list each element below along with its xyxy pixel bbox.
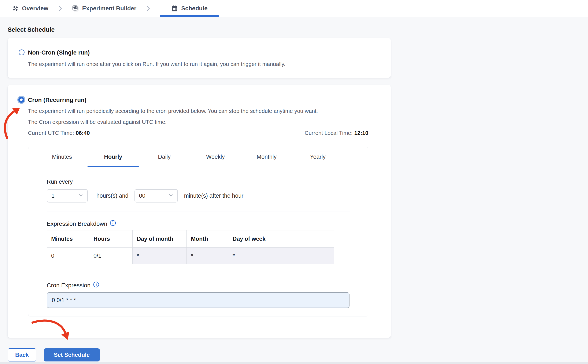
info-icon[interactable] [110,220,116,228]
table-value-row: 0 0/1 * * * [47,247,334,264]
minutes-suffix-label: minute(s) after the hour [184,193,244,199]
hours-select-value: 1 [51,193,55,199]
schedule-page: { "breadcrumb": { "overview": "Overview"… [0,0,588,364]
page-title: Select Schedule [8,26,55,33]
breadcrumb-label-experiment-builder: Experiment Builder [82,5,137,12]
non-cron-option-card: Non-Cron (Single run) The experiment wil… [8,38,391,78]
cell-minutes-value: 0 [47,247,89,264]
calendar-icon [171,5,178,12]
hourly-form-row: 1 hours(s) and 00 minute(s) after the ho… [47,189,243,202]
cell-day-of-week-value: * [228,247,334,264]
expression-breakdown-label: Expression Breakdown [47,221,107,227]
cron-expression-label: Cron Expression [47,282,91,289]
breadcrumb-item-overview[interactable]: Overview [12,0,48,17]
breadcrumb: Overview Experiment Builder [0,0,588,17]
current-local-time: Current Local Time:12:10 [305,130,368,137]
column-header-minutes: Minutes [47,230,89,247]
cron-option-card: Cron (Recurring run) The experiment will… [8,85,391,338]
breadcrumb-label-overview: Overview [22,5,48,12]
breadcrumb-item-schedule[interactable]: Schedule [160,0,219,17]
cron-description-2: The Cron expression will be evaluated ag… [28,119,167,125]
non-cron-radio[interactable] [19,49,25,55]
column-header-day-of-month: Day of month [133,230,187,247]
minutes-select-value: 00 [139,193,145,199]
hours-select[interactable]: 1 [47,189,88,202]
tab-daily[interactable]: Daily [139,147,190,167]
utc-time-value: 06:40 [76,130,90,136]
local-time-value: 12:10 [354,130,369,136]
local-time-label: Current Local Time: [305,130,353,136]
back-button[interactable]: Back [8,348,36,361]
column-header-day-of-week: Day of week [228,230,334,247]
run-every-label: Run every [47,179,73,185]
tab-weekly[interactable]: Weekly [190,147,241,167]
non-cron-description: The experiment will run once after you c… [28,61,285,67]
cron-scheduler-panel: Minutes Hourly Daily Weekly Monthly Year… [28,147,368,316]
tab-minutes[interactable]: Minutes [36,147,88,167]
bottom-strip [0,362,588,364]
cron-description-1: The experiment will run periodically acc… [28,108,318,114]
set-schedule-button[interactable]: Set Schedule [44,348,100,361]
cron-title: Cron (Recurring run) [28,96,86,104]
chevron-down-icon [168,192,174,199]
breadcrumb-label-schedule: Schedule [181,5,207,12]
expression-breakdown-table: Minutes Hours Day of month Month Day of … [47,230,334,264]
table-header-row: Minutes Hours Day of month Month Day of … [47,230,334,247]
cell-month-value: * [187,247,228,264]
cron-expression-header: Cron Expression [47,281,99,289]
chevron-right-icon [58,5,62,12]
chevron-right-icon [146,5,150,12]
tab-hourly[interactable]: Hourly [88,147,139,167]
cell-day-of-month-value: * [133,247,187,264]
column-header-month: Month [187,230,228,247]
tab-monthly[interactable]: Monthly [241,147,292,167]
current-utc-time: Current UTC Time:06:40 [28,130,90,137]
tab-yearly[interactable]: Yearly [292,147,343,167]
schedule-tabs: Minutes Hourly Daily Weekly Monthly Year… [36,147,343,167]
non-cron-title: Non-Cron (Single run) [28,49,90,56]
cron-expression-input[interactable]: 0 0/1 * * * [47,292,350,308]
cell-hours-value: 0/1 [89,247,133,264]
overview-icon [12,5,19,12]
minutes-select[interactable]: 00 [134,189,178,202]
utc-time-label: Current UTC Time: [28,130,74,136]
experiment-builder-icon [72,5,79,12]
cron-radio[interactable] [18,97,24,103]
hours-suffix-label: hours(s) and [96,193,129,199]
divider [47,212,350,212]
chevron-down-icon [78,192,84,199]
expression-breakdown-header: Expression Breakdown [47,220,116,228]
info-icon[interactable] [93,281,99,289]
column-header-hours: Hours [89,230,133,247]
breadcrumb-item-experiment-builder[interactable]: Experiment Builder [72,0,137,17]
